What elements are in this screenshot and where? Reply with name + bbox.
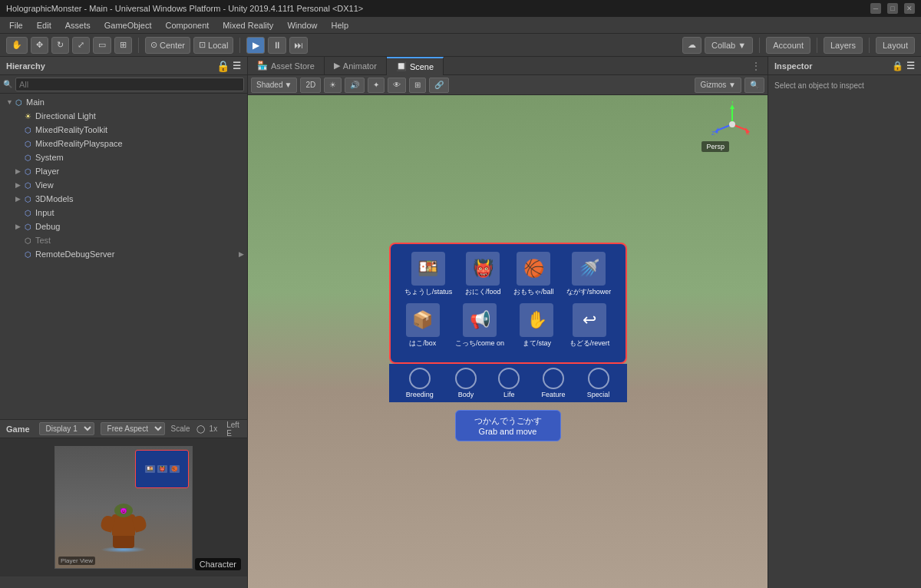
game-item-ball[interactable]: 🏀 おもちゃ/ball <box>513 252 554 297</box>
menu-edit[interactable]: Edit <box>31 19 58 31</box>
game-item-shower[interactable]: 🚿 ながす/shower <box>566 252 612 297</box>
object-icon: ⬡ <box>25 223 35 231</box>
tree-item-input[interactable]: ⬡ Input <box>0 206 247 220</box>
scale-value: 1x <box>210 424 218 433</box>
game-item-stay[interactable]: ✋ まて/stay <box>520 303 553 349</box>
menu-help[interactable]: Help <box>325 19 355 31</box>
tree-label: View <box>35 180 247 190</box>
2d-button[interactable]: 2D <box>300 78 321 93</box>
close-button[interactable]: ✕ <box>904 3 915 14</box>
menu-window[interactable]: Window <box>281 19 323 31</box>
tree-arrow: ▼ <box>6 98 15 106</box>
local-button[interactable]: ⊡ Local <box>193 37 233 54</box>
gizmos-button[interactable]: Gizmos ▼ <box>695 78 741 93</box>
come-on-icon: 📢 <box>463 303 497 337</box>
rect-tool[interactable]: ▭ <box>93 37 111 54</box>
tree-item-mixedrealityplayspace[interactable]: ⬡ MixedRealityPlayspace <box>0 137 247 150</box>
menu-component[interactable]: Component <box>159 19 215 31</box>
account-button[interactable]: Account <box>766 37 810 54</box>
game-item-box[interactable]: 📦 はこ/box <box>406 303 440 349</box>
inspector-menu-icon[interactable]: ☰ <box>906 61 915 71</box>
search-scene-btn[interactable]: 🔍 <box>744 78 764 93</box>
tree-arrow: ▶ <box>15 195 25 203</box>
layers-button[interactable]: Layers <box>824 37 863 54</box>
hierarchy-menu-icon[interactable]: ☰ <box>233 61 241 71</box>
tree-item-main[interactable]: ▼ ⬡ Main <box>0 95 247 109</box>
move-tool[interactable]: ✥ <box>31 37 48 54</box>
cloud-button[interactable]: ☁ <box>682 37 701 54</box>
step-button[interactable]: ⏭ <box>289 37 308 54</box>
window-controls: ─ □ ✕ <box>870 3 915 14</box>
options-icon[interactable]: ⋮ <box>751 60 761 72</box>
monster-legs <box>113 536 134 548</box>
scale-label: Scale <box>171 424 190 433</box>
hand-tool[interactable]: ✋ <box>6 37 28 54</box>
aspect-select[interactable]: Free Aspect <box>101 422 165 435</box>
display-select[interactable]: Display 1 <box>39 422 94 435</box>
game-item-come-on[interactable]: 📢 こっち/come on <box>455 303 504 349</box>
life-circle <box>498 368 520 389</box>
tab-special[interactable]: Special <box>587 368 610 398</box>
audio-button[interactable]: 🔊 <box>345 78 365 93</box>
light-icon: ☀ <box>25 112 35 121</box>
menu-file[interactable]: File <box>3 19 29 31</box>
grab-button[interactable]: つかんでうごかす Grab and move <box>455 410 561 441</box>
hierarchy-search-input[interactable] <box>15 78 244 91</box>
maximize-button[interactable]: □ <box>887 3 898 14</box>
lighting-button[interactable]: ☀ <box>324 78 342 93</box>
hierarchy-lock-icon[interactable]: 🔒 <box>216 60 229 72</box>
monster-character: 😈 <box>112 514 135 548</box>
minimize-button[interactable]: ─ <box>870 3 881 14</box>
layout-button[interactable]: Layout <box>876 37 915 54</box>
tree-arrow: ▶ <box>15 223 25 230</box>
tree-item-system[interactable]: ⬡ System <box>0 150 247 164</box>
tree-item-debug[interactable]: ▶ ⬡ Debug <box>0 220 247 233</box>
object-icon: ⬡ <box>25 126 35 134</box>
tab-breeding[interactable]: Breeding <box>406 368 434 398</box>
tab-body[interactable]: Body <box>455 368 477 398</box>
scale-tool[interactable]: ⤢ <box>72 37 90 54</box>
shaded-dropdown[interactable]: Shaded ▼ <box>251 78 297 93</box>
tree-item-test[interactable]: ⬡ Test <box>0 233 247 247</box>
inspector-lock-icon[interactable]: 🔒 <box>892 61 903 71</box>
hidden-obj-button[interactable]: 👁 <box>388 78 406 93</box>
tab-scene[interactable]: 🔲 Scene <box>387 57 444 75</box>
tree-item-mixedrealitytoolkit[interactable]: ⬡ MixedRealityToolkit <box>0 123 247 137</box>
special-circle <box>588 368 609 389</box>
tree-item-view[interactable]: ▶ ⬡ View <box>0 178 247 192</box>
menu-assets[interactable]: Assets <box>59 19 97 31</box>
scale-slider[interactable]: ◯ <box>196 424 205 433</box>
tree-item-remotedebugserver[interactable]: ⬡ RemoteDebugServer ▶ <box>0 247 247 261</box>
scene-overlay: 🍱 ちょうし/status 👹 おにく/food 🏀 おもちゃ/ball <box>248 95 768 588</box>
feature-circle <box>543 368 564 389</box>
menu-mixed-reality[interactable]: Mixed Reality <box>216 19 279 31</box>
game-row-2: 📦 はこ/box 📢 こっち/come on ✋ まて/stay <box>398 303 618 349</box>
breeding-circle <box>409 368 431 389</box>
transform-tool[interactable]: ⊞ <box>114 37 132 54</box>
menu-bar: File Edit Assets GameObject Component Mi… <box>0 17 921 34</box>
menu-gameobject[interactable]: GameObject <box>98 19 158 31</box>
tab-animator[interactable]: ▶ Animator <box>325 57 387 75</box>
tab-life[interactable]: Life <box>498 368 520 398</box>
pause-button[interactable]: ⏸ <box>268 37 286 54</box>
snap-button[interactable]: 🔗 <box>429 78 449 93</box>
tree-item-3dmodels[interactable]: ▶ ⬡ 3DModels <box>0 192 247 206</box>
body-circle <box>455 368 477 389</box>
box-icon: 📦 <box>406 303 440 337</box>
svg-marker-1 <box>730 104 734 109</box>
tab-asset-store[interactable]: 🏪 Asset Store <box>248 57 325 75</box>
grid-button[interactable]: ⊞ <box>409 78 426 93</box>
tree-label: Main <box>26 97 247 107</box>
rotate-tool[interactable]: ↻ <box>51 37 69 54</box>
center-button[interactable]: ⊙ Center <box>145 37 190 54</box>
game-item-food[interactable]: 👹 おにく/food <box>465 252 501 297</box>
inspector-panel: Inspector 🔒 ☰ Select an object to inspec… <box>768 57 921 588</box>
game-item-status[interactable]: 🍱 ちょうし/status <box>404 252 453 297</box>
effects-button[interactable]: ✦ <box>368 78 385 93</box>
game-item-revert[interactable]: ↩ もどる/revert <box>569 303 610 349</box>
tab-feature[interactable]: Feature <box>542 368 566 398</box>
tree-item-player[interactable]: ▶ ⬡ Player <box>0 164 247 178</box>
tree-item-directionallight[interactable]: ☀ Directional Light <box>0 109 247 123</box>
play-button[interactable]: ▶ <box>246 37 265 54</box>
collab-button[interactable]: Collab ▼ <box>705 37 753 54</box>
